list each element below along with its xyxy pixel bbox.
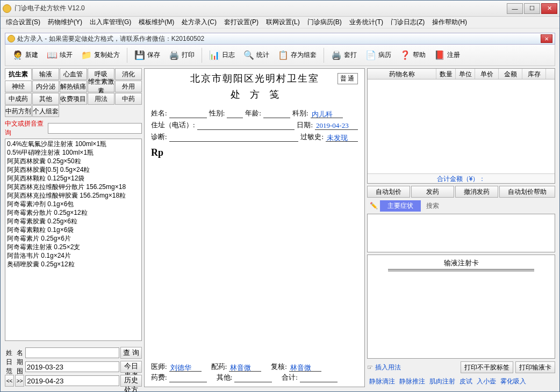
grid-col-库存[interactable]: 库存 bbox=[522, 69, 546, 79]
category-其他[interactable]: 其他 bbox=[32, 93, 59, 105]
grid-col-单位[interactable]: 单位 bbox=[456, 69, 475, 79]
print-label-button[interactable]: 打印不干胶标签 bbox=[461, 361, 513, 373]
drug-item[interactable]: 阿奇霉素胶囊 0.25g×6粒 bbox=[6, 217, 141, 226]
category-个人组套[interactable]: 个人组套 bbox=[32, 105, 59, 117]
category-消化[interactable]: 消化 bbox=[115, 68, 142, 80]
addr-field[interactable] bbox=[197, 121, 295, 130]
drug-item[interactable]: 阿奇霉素片 0.25g×6片 bbox=[6, 234, 141, 243]
date-to-input[interactable] bbox=[25, 375, 119, 386]
category-解热镇痛[interactable]: 解热镇痛 bbox=[60, 81, 87, 92]
category-收费项目[interactable]: 收费项目 bbox=[60, 93, 87, 105]
drug-item[interactable]: 阿莫西林克拉维酸钾胶囊 156.25mg×18粒 bbox=[6, 191, 141, 200]
action-自动划价帮助[interactable]: 自动划价帮助 bbox=[499, 186, 555, 198]
gender-field[interactable] bbox=[227, 110, 243, 118]
menu-item[interactable]: 处方录入(C) bbox=[178, 17, 220, 28]
action-自动划价[interactable]: 自动划价 bbox=[367, 186, 410, 198]
drug-item[interactable]: 阿莫西林胶囊[0.5] 0.5g×24粒 bbox=[6, 165, 141, 174]
category-用法[interactable]: 用法 bbox=[88, 93, 114, 105]
toolbar-病历[interactable]: 📄病历 bbox=[362, 48, 395, 63]
dispense-field[interactable]: 林音微 bbox=[229, 363, 261, 372]
drug-search-input[interactable] bbox=[48, 123, 142, 134]
menu-item[interactable]: 操作帮助(H) bbox=[429, 17, 470, 28]
category-外用[interactable]: 外用 bbox=[115, 81, 142, 92]
category-中药方剂[interactable]: 中药方剂 bbox=[5, 105, 32, 117]
grid-body[interactable] bbox=[368, 79, 555, 173]
toolbar-注册[interactable]: 📕注册 bbox=[430, 48, 464, 63]
menu-item[interactable]: 联网设置(L) bbox=[263, 17, 303, 28]
menu-item[interactable]: 门诊日志(Z) bbox=[387, 17, 428, 28]
toolbar-新建[interactable]: 🧑‍⚕️新建 bbox=[9, 48, 42, 63]
cost-field[interactable] bbox=[169, 374, 207, 382]
toolbar-保存[interactable]: 💾保存 bbox=[131, 48, 164, 63]
category-输液[interactable]: 输液 bbox=[32, 68, 59, 80]
menu-item[interactable]: 药物维护(Y) bbox=[45, 17, 85, 28]
drug-item[interactable]: 阿莫西林胶囊 0.25g×50粒 bbox=[6, 157, 141, 165]
print-infusion-button[interactable]: 打印输液卡 bbox=[515, 361, 555, 373]
toolbar-套打[interactable]: 🖨️套打 bbox=[327, 48, 361, 63]
link-静脉滴注[interactable]: 静脉滴注 bbox=[369, 377, 395, 386]
subwindow-close-button[interactable]: ✕ bbox=[541, 34, 552, 43]
menu-item[interactable]: 业务统计(T) bbox=[346, 17, 386, 28]
allergy-field[interactable]: 未发现 bbox=[326, 133, 358, 142]
total-field[interactable] bbox=[300, 374, 338, 382]
diag-field[interactable] bbox=[169, 133, 299, 142]
link-入小壶[interactable]: 入小壶 bbox=[477, 377, 496, 386]
action-发药[interactable]: 发药 bbox=[411, 186, 454, 198]
symptom-search[interactable]: 搜索 bbox=[426, 201, 555, 210]
prev-button[interactable]: << bbox=[5, 375, 14, 387]
link-雾化吸入[interactable]: 雾化吸入 bbox=[500, 377, 526, 386]
age-field[interactable] bbox=[263, 110, 290, 118]
drug-item[interactable]: 奥硝唑胶囊 0.25g×12粒 bbox=[6, 260, 141, 268]
menu-item[interactable]: 套打设置(P) bbox=[221, 17, 262, 28]
doctor-field[interactable]: 刘德华 bbox=[169, 363, 202, 372]
drug-item[interactable]: 阿奇霉素注射液 0.25×2支 bbox=[6, 243, 141, 251]
insert-usage-link[interactable]: 插入用法 bbox=[375, 363, 401, 372]
drug-item[interactable]: 阿奇霉素分散片 0.25g×12粒 bbox=[6, 208, 141, 217]
grid-col-数量[interactable]: 数量 bbox=[436, 69, 456, 79]
drug-item[interactable]: 0.5%甲硝唑注射液 100ml×1瓶 bbox=[6, 148, 141, 157]
toolbar-复制处方[interactable]: 📁复制处方 bbox=[77, 48, 124, 63]
rx-content-area[interactable] bbox=[151, 158, 358, 362]
link-肌肉注射[interactable]: 肌肉注射 bbox=[429, 377, 455, 386]
category-心血管[interactable]: 心血管 bbox=[60, 68, 87, 80]
history-rx-button[interactable]: 历史处方 bbox=[120, 375, 142, 387]
date-field[interactable]: 2019-04-23 bbox=[315, 121, 358, 130]
drug-item[interactable]: 阿莫西林克拉维酸钾分散片 156.25mg×18 bbox=[6, 183, 141, 191]
drug-item[interactable]: 阿奇霉素颗粒 0.1g×6袋 bbox=[6, 226, 141, 234]
toolbar-存为组套[interactable]: 📋存为组套 bbox=[274, 48, 320, 63]
category-神经[interactable]: 神经 bbox=[5, 81, 32, 92]
rx-type-button[interactable]: 普通 bbox=[338, 73, 358, 84]
menu-item[interactable]: 模板维护(M) bbox=[135, 17, 177, 28]
category-中成药[interactable]: 中成药 bbox=[5, 93, 32, 105]
minimize-button[interactable]: — bbox=[507, 3, 523, 14]
toolbar-帮助[interactable]: ❓帮助 bbox=[396, 48, 429, 63]
other-field[interactable] bbox=[234, 374, 272, 382]
toolbar-日志[interactable]: 📊日志 bbox=[205, 48, 239, 63]
drug-list[interactable]: 0.4%左氧氟沙星注射液 100ml×1瓶0.5%甲硝唑注射液 100ml×1瓶… bbox=[5, 139, 142, 341]
category-中药[interactable]: 中药 bbox=[115, 93, 142, 105]
name-field[interactable] bbox=[169, 110, 207, 118]
action-撤消发药[interactable]: 撤消发药 bbox=[455, 186, 498, 198]
toolbar-续开[interactable]: 📖续开 bbox=[43, 48, 76, 63]
symptom-label[interactable]: 主要症状 bbox=[380, 200, 421, 212]
drug-item[interactable]: 0.4%左氧氟沙星注射液 100ml×1瓶 bbox=[6, 140, 141, 148]
toolbar-统计[interactable]: 🔍统计 bbox=[240, 48, 273, 63]
drug-item[interactable]: 阿昔洛韦片 0.1g×24片 bbox=[6, 251, 141, 260]
category-内分泌[interactable]: 内分泌 bbox=[32, 81, 59, 92]
link-皮试[interactable]: 皮试 bbox=[460, 377, 472, 386]
menu-item[interactable]: 门诊病历(B) bbox=[304, 17, 345, 28]
close-button[interactable]: ✕ bbox=[541, 3, 557, 14]
symptom-textarea[interactable] bbox=[367, 214, 555, 252]
link-静脉推注[interactable]: 静脉推注 bbox=[399, 377, 425, 386]
drug-item[interactable]: 阿奇霉素冲剂 0.1g×6包 bbox=[6, 200, 141, 208]
category-抗生素[interactable]: 抗生素 bbox=[5, 68, 32, 80]
toolbar-打印[interactable]: 🖨️打印 bbox=[165, 48, 198, 63]
maximize-button[interactable]: ☐ bbox=[524, 3, 540, 14]
date-from-input[interactable] bbox=[25, 361, 119, 372]
menu-item[interactable]: 综合设置(S) bbox=[3, 17, 44, 28]
query-button[interactable]: 查 询 bbox=[120, 347, 142, 359]
menu-item[interactable]: 出入库管理(G) bbox=[87, 17, 134, 28]
review-field[interactable]: 林音微 bbox=[289, 363, 321, 372]
today-patients-button[interactable]: 今日患者 bbox=[120, 361, 142, 373]
drug-item[interactable]: 阿莫西林颗粒 0.125g×12袋 bbox=[6, 174, 141, 183]
